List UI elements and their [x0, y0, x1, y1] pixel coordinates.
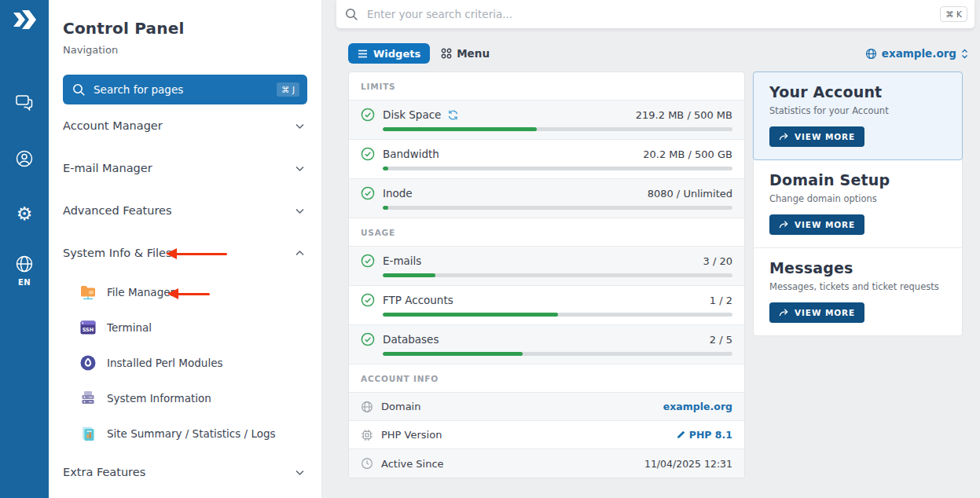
- grid-icon: [441, 48, 452, 59]
- globe-icon: [361, 401, 373, 413]
- file-manager-icon: [79, 283, 97, 302]
- search-icon: [345, 8, 358, 21]
- chevron-down-icon: [294, 120, 306, 132]
- chip-icon: [361, 429, 373, 441]
- svg-text:SSH: SSH: [83, 327, 94, 333]
- nav-item-site-summary[interactable]: Site Summary / Statistics / Logs: [63, 416, 307, 451]
- page-title: Control Panel: [63, 19, 307, 38]
- limits-section-header: LIMITS: [349, 72, 744, 101]
- progress-fill: [383, 273, 435, 277]
- progress-fill: [383, 352, 523, 356]
- nav-item-system-information[interactable]: System Information: [63, 380, 307, 416]
- card-title: Messages: [769, 259, 946, 276]
- nav-list: Account Manager E-mail Manager Advanced …: [63, 104, 307, 493]
- card-title: Domain Setup: [769, 171, 946, 189]
- php-version-link[interactable]: PHP 8.1: [677, 429, 732, 441]
- progress-fill: [383, 313, 558, 317]
- tab-menu-label: Menu: [457, 47, 490, 60]
- progress-track: [383, 352, 732, 356]
- nav-group-system-info-files[interactable]: System Info & Files: [63, 232, 307, 274]
- tab-menu[interactable]: Menu: [441, 47, 490, 60]
- settings-gear-icon[interactable]: ⚙: [17, 204, 33, 223]
- language-globe-icon[interactable]: [15, 254, 34, 273]
- domain-link[interactable]: example.org: [663, 401, 732, 412]
- domain-selector[interactable]: example.org: [865, 47, 968, 60]
- icon-rail: ⚙ EN: [0, 0, 49, 498]
- check-circle-icon: [361, 186, 375, 200]
- progress-fill: [383, 206, 388, 210]
- navigation-panel: Control Panel Navigation Search for page…: [49, 0, 322, 498]
- stat-row-ftp-accounts[interactable]: FTP Accounts 1 / 2: [349, 286, 744, 325]
- sort-chevrons-icon: [961, 49, 968, 59]
- nav-item-installed-perl-modules[interactable]: Installed Perl Modules: [63, 345, 307, 380]
- progress-track: [383, 313, 732, 317]
- card-domain-setup: Domain Setup Change domain options VIEW …: [754, 160, 962, 247]
- usage-section-header: USAGE: [349, 218, 744, 247]
- stats-card: LIMITS Disk Space 219.2 MB / 500 MB Band…: [348, 71, 745, 478]
- progress-fill: [383, 127, 537, 131]
- account-icon[interactable]: [15, 149, 34, 168]
- brand-logo-icon[interactable]: [11, 8, 38, 31]
- progress-track: [383, 206, 732, 210]
- system-information-icon: [79, 389, 97, 408]
- stat-row-databases[interactable]: Databases 2 / 5: [349, 325, 744, 364]
- check-circle-icon: [361, 147, 375, 161]
- messages-icon[interactable]: [15, 93, 35, 112]
- nav-search-label: Search for pages: [94, 83, 183, 96]
- card-title: Your Account: [769, 83, 946, 101]
- card-your-account: Your Account Statistics for your Account…: [753, 71, 963, 160]
- chevron-down-icon: [294, 467, 306, 478]
- view-more-button[interactable]: VIEW MORE: [769, 302, 864, 323]
- card-messages: Messages Messages, tickets and ticket re…: [754, 247, 962, 335]
- view-more-button[interactable]: VIEW MORE: [769, 214, 864, 235]
- global-search-input[interactable]: [367, 8, 940, 20]
- side-cards: Your Account Statistics for your Account…: [753, 71, 963, 336]
- nav-group-extra-features[interactable]: Extra Features: [63, 451, 307, 493]
- nav-item-terminal[interactable]: SSH Terminal: [63, 309, 307, 345]
- external-arrow-icon: [779, 220, 789, 229]
- external-arrow-icon: [779, 308, 789, 317]
- chevron-down-icon: [294, 205, 306, 217]
- clock-icon: [361, 457, 373, 470]
- tab-widgets-label: Widgets: [373, 48, 420, 60]
- terminal-ssh-icon: SSH: [79, 318, 97, 337]
- nav-search-button[interactable]: Search for pages ⌘ J: [63, 75, 307, 104]
- site-summary-icon: [79, 424, 97, 443]
- card-subtitle: Statistics for your Account: [769, 105, 946, 116]
- search-icon: [72, 83, 86, 97]
- stat-row-inode[interactable]: Inode 8080 / Unlimited: [349, 179, 744, 218]
- progress-track: [383, 273, 732, 277]
- progress-track: [383, 167, 732, 170]
- stat-row-bandwidth[interactable]: Bandwidth 20.2 MB / 500 GB: [349, 140, 744, 179]
- nav-group-account-manager[interactable]: Account Manager: [63, 104, 307, 147]
- tab-widgets[interactable]: Widgets: [348, 43, 430, 64]
- check-circle-icon: [361, 332, 375, 346]
- page-subtitle: Navigation: [63, 44, 307, 56]
- nav-item-file-manager[interactable]: File Manager: [63, 274, 307, 309]
- language-code[interactable]: EN: [18, 278, 31, 287]
- global-search-shortcut: ⌘ K: [940, 6, 967, 22]
- view-more-button[interactable]: VIEW MORE: [769, 126, 864, 147]
- info-row-active-since[interactable]: Active Since 11/04/2025 12:31: [349, 449, 744, 478]
- list-icon: [358, 49, 368, 59]
- card-subtitle: Messages, tickets and ticket requests: [769, 281, 946, 292]
- app-root: ⚙ EN Control Panel Navigation Search for…: [0, 0, 980, 498]
- nav-group-email-manager[interactable]: E-mail Manager: [63, 147, 307, 189]
- info-row-php-version[interactable]: PHP Version PHP 8.1: [349, 421, 744, 449]
- check-circle-icon: [361, 108, 375, 122]
- nav-group-advanced-features[interactable]: Advanced Features: [63, 189, 307, 232]
- stat-row-disk-space[interactable]: Disk Space 219.2 MB / 500 MB: [349, 101, 744, 140]
- refresh-icon[interactable]: [447, 109, 459, 121]
- chevron-down-icon: [294, 163, 306, 174]
- card-subtitle: Change domain options: [769, 193, 946, 204]
- domain-selector-value: example.org: [882, 47, 956, 60]
- nav-submenu-system-info: File Manager SSH Terminal Installed Perl…: [63, 274, 307, 451]
- global-search-bar: ⌘ K: [336, 0, 974, 28]
- view-toolbar: Widgets Menu example.org: [348, 43, 968, 64]
- stat-row-emails[interactable]: E-mails 3 / 20: [349, 247, 744, 286]
- main-area: ⌘ K Widgets Menu example.org LIMITS: [322, 0, 980, 498]
- account-info-section-header: ACCOUNT INFO: [349, 364, 744, 393]
- info-row-domain[interactable]: Domain example.org: [349, 393, 744, 421]
- progress-track: [383, 127, 732, 131]
- dashboard-content: LIMITS Disk Space 219.2 MB / 500 MB Band…: [348, 71, 974, 478]
